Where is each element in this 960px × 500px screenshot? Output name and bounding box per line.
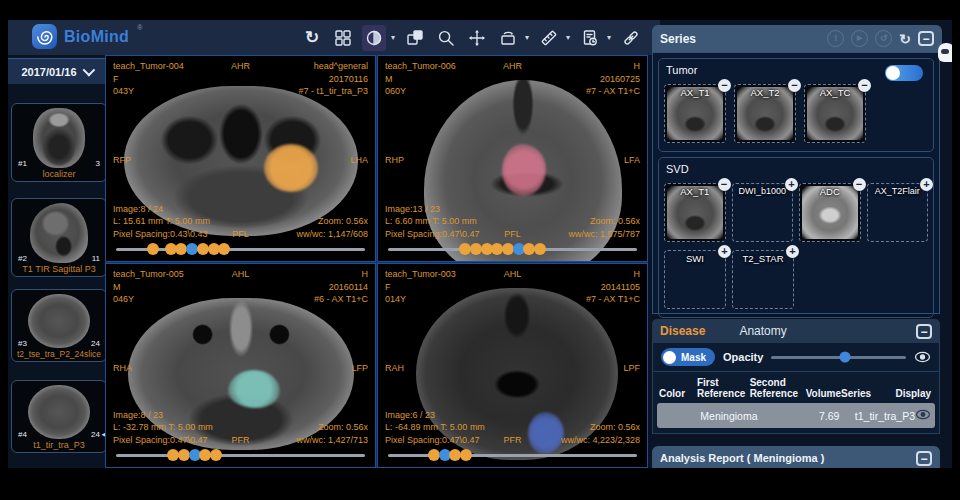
slice-slider[interactable] [388, 448, 637, 463]
disease-table: Color First Reference Second Reference V… [652, 372, 940, 434]
series-play-icon[interactable]: ▶ [851, 30, 868, 47]
viewport-top-left[interactable]: teach_Tumor-004 F 043Y AHR head^general … [105, 55, 376, 262]
patient-sex: F [113, 73, 184, 86]
series-item-ax-t2[interactable]: AX_T2 − [734, 84, 796, 143]
zoom-icon[interactable] [434, 25, 458, 51]
slice-slider[interactable] [116, 448, 365, 463]
slice-dot-key[interactable] [460, 449, 472, 461]
table-row-meningioma[interactable]: Meningioma 7.69 t1_tir_tra_P3 [657, 403, 935, 428]
column-display: Display [895, 388, 933, 399]
series-item-adc[interactable]: ADC − [799, 183, 861, 242]
slice-dot-key[interactable] [218, 243, 230, 255]
study-date: 20141105 [586, 281, 640, 294]
zoom-info: Zoom: 0.56x ww/wc: 1,147/608 [296, 215, 368, 240]
viewport-top-right[interactable]: teach_Tumor-006 M 060Y AHR H 20160725 #7… [377, 55, 648, 262]
remove-badge-icon[interactable]: − [788, 79, 801, 92]
patient-age: 046Y [113, 293, 184, 306]
tumor-group: Tumor AX_T1 − AX_T2 − AX_TC [658, 58, 934, 152]
mask-opacity-controls: Mask Opacity [652, 343, 940, 372]
remove-badge-icon[interactable]: − [718, 178, 731, 191]
rotate-view-icon[interactable] [496, 25, 520, 51]
remove-badge-icon[interactable]: − [853, 178, 866, 191]
add-badge-icon[interactable]: + [718, 245, 731, 258]
image-count: Image:8 / 23 [113, 409, 213, 422]
add-badge-icon[interactable]: + [920, 178, 933, 191]
orientation-right: LPF [623, 362, 640, 375]
tumor-overlay-orange [264, 144, 318, 192]
pan-icon[interactable] [465, 25, 489, 51]
thumbnail-label: t2_tse_tra_P2_24slice [14, 348, 104, 360]
mask-visibility-eye-icon[interactable] [914, 351, 931, 363]
zoom-info: Zoom: 0.56x ww/wc: 1,575/787 [568, 215, 640, 240]
window-level-icon[interactable] [362, 25, 386, 51]
report-log-caret-icon[interactable]: ▾ [607, 33, 611, 42]
rotate-view-caret-icon[interactable]: ▾ [525, 33, 529, 42]
series-thumbnail-t1-sagittal[interactable]: #2 11 T1 TIR Sagittal P3 [11, 198, 107, 277]
opacity-slider[interactable] [771, 356, 906, 359]
link-series-icon[interactable] [619, 25, 643, 51]
opacity-slider-handle[interactable] [840, 352, 851, 363]
thumbnail-counters: #4 24 [14, 430, 104, 439]
disease-collapse-button[interactable]: − [916, 324, 932, 339]
study-date-selector[interactable]: 2017/01/16 [8, 58, 105, 84]
study-name: H [314, 268, 368, 281]
series-item-label: SWI [665, 253, 725, 264]
disease-tabs: Disease Anatomy − [652, 319, 940, 343]
series-reset-icon[interactable]: ↺ [875, 30, 892, 47]
layout-swap-icon[interactable] [403, 25, 427, 51]
series-panel-body: Tumor AX_T1 − AX_T2 − AX_TC [652, 52, 940, 314]
report-log-icon[interactable] [578, 25, 602, 51]
tumor-group-toggle[interactable] [885, 65, 923, 81]
add-badge-icon[interactable]: + [785, 178, 798, 191]
assistant-ghost-icon[interactable] [938, 43, 952, 65]
tab-disease[interactable]: Disease [660, 324, 705, 338]
patient-age: 043Y [113, 85, 184, 98]
tab-anatomy[interactable]: Anatomy [739, 324, 786, 338]
zoom-factor: Zoom: 0.56x [561, 421, 640, 434]
series-item-ax-t2flair[interactable]: AX_T2Flair + [867, 183, 929, 242]
slice-location: L: -64.89 mm T: 5.00 mm [385, 421, 485, 434]
window-level-caret-icon[interactable]: ▾ [391, 33, 395, 42]
slider-track[interactable] [388, 454, 637, 457]
row-visibility-eye-icon[interactable] [915, 409, 931, 420]
slice-dot-key[interactable] [534, 243, 546, 255]
study-name: H [586, 60, 640, 73]
series-item-swi[interactable]: SWI + [664, 250, 726, 309]
series-item-ax-t1[interactable]: AX_T1 − [664, 183, 726, 242]
patient-sex: M [113, 281, 184, 294]
zoom-info: Zoom: 0.56x ww/wc: 4,223/2,328 [561, 421, 640, 446]
study-name: H [586, 268, 640, 281]
series-thumbnail-t2-tse[interactable]: #3 24 t2_tse_tra_P2_24slice [11, 289, 107, 362]
viewport-bottom-left[interactable]: teach_Tumor-005 M 046Y AHL H 20160114 #6… [105, 263, 376, 468]
thumbnail-index: #4 [18, 430, 27, 439]
viewport-bottom-right[interactable]: teach_Tumor-003 F 014Y AHL H 20141105 #7… [377, 263, 648, 468]
remove-badge-icon[interactable]: − [858, 79, 871, 92]
slice-dot-key[interactable] [210, 449, 222, 461]
remove-badge-icon[interactable]: − [718, 79, 731, 92]
slider-track[interactable] [116, 454, 365, 457]
analysis-collapse-button[interactable]: − [916, 451, 932, 466]
series-item-dwi-b1000[interactable]: DWI_b1000 + [732, 183, 794, 242]
series-item-ax-tc[interactable]: AX_TC − [804, 84, 866, 143]
series-item-ax-t1[interactable]: AX_T1 − [664, 84, 726, 143]
refresh-icon[interactable]: ↻ [300, 25, 324, 51]
series-thumbnail-t1-tir[interactable]: #4 24 t1_tir_tra_P3 [11, 380, 107, 453]
measure-icon[interactable] [537, 25, 561, 51]
measure-caret-icon[interactable]: ▾ [566, 33, 570, 42]
thumbnail-label: T1 TIR Sagittal P3 [14, 263, 104, 275]
series-item-label: ADC [800, 186, 860, 197]
slice-slider[interactable] [388, 242, 637, 257]
layout-grid-icon[interactable] [331, 25, 355, 51]
series-item-t2-star[interactable]: T2_STAR + [732, 250, 794, 309]
orientation-left: RHP [385, 154, 404, 167]
zoom-factor: Zoom: 0.56x [296, 421, 368, 434]
add-badge-icon[interactable]: + [786, 245, 799, 258]
mask-toggle[interactable]: Mask [661, 348, 715, 366]
series-collapse-button[interactable]: − [918, 31, 934, 46]
slice-dot-key[interactable] [147, 243, 159, 255]
series-refresh-icon[interactable]: ↻ [899, 32, 911, 46]
column-series: Series [841, 388, 895, 399]
slice-slider[interactable] [116, 242, 365, 257]
series-info-icon[interactable]: ! [827, 30, 844, 47]
series-thumbnail-localizer[interactable]: #1 3 localizer [11, 103, 107, 182]
